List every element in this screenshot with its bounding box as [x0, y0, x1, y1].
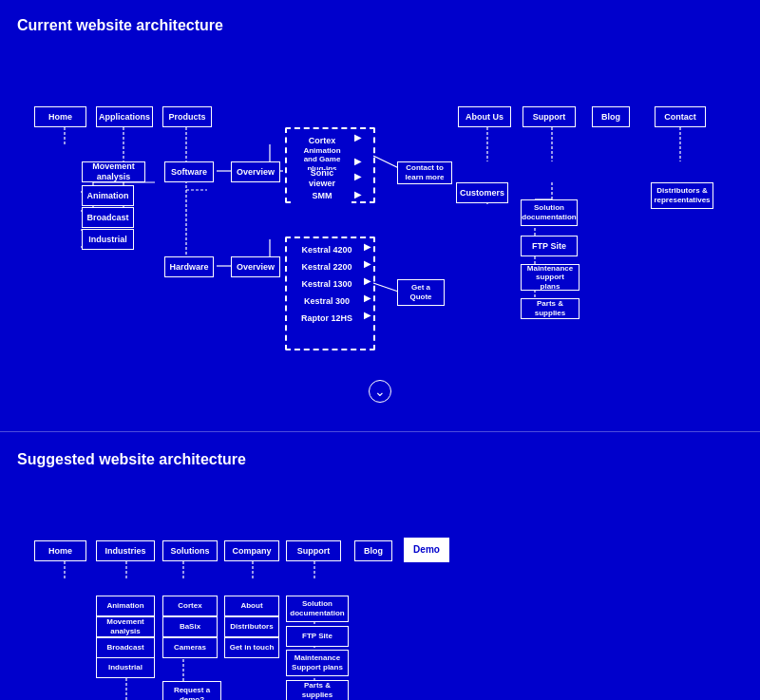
node-products: Products — [162, 106, 212, 127]
node-solution-doc: Solution documentation — [521, 199, 578, 226]
node-kestral2200: Kestral 2200 — [293, 258, 361, 275]
node2-get-in-touch: Get in touch — [224, 637, 279, 658]
node-animation-plugin: Animation and Game plug-ins — [293, 149, 352, 170]
node2-company: Company — [224, 540, 279, 561]
suggested-diagram: Home Industries Solutions Company Suppor… — [17, 483, 743, 700]
node-broadcast: Broadcast — [82, 207, 134, 228]
node2-blog: Blog — [354, 540, 392, 561]
node-sonic-viewer: Sonic viewer — [293, 170, 352, 187]
node-about-us: About Us — [458, 106, 511, 127]
expand-button[interactable]: ⌄ — [369, 380, 391, 403]
node-support: Support — [522, 106, 576, 127]
node-parts-supplies: Parts & supplies — [521, 298, 580, 319]
section-suggested-title: Suggested website architecture — [17, 451, 743, 468]
node-overview2: Overview — [231, 256, 280, 277]
node-industrial: Industrial — [82, 229, 134, 250]
current-diagram: Home Applications Products About Us Supp… — [17, 49, 743, 372]
section-current-title: Current website architecture — [17, 17, 743, 34]
node-software: Software — [164, 161, 214, 182]
node2-request-demo2: Request a demo? — [162, 681, 221, 700]
node2-solutions: Solutions — [162, 540, 218, 561]
node-raptor12hs: Raptor 12HS — [293, 310, 361, 327]
node2-movement-analysis: Movement analysis — [96, 616, 155, 637]
node2-industries: Industries — [96, 540, 155, 561]
node2-support: Support — [286, 540, 341, 561]
node-ftp-site: FTP Site — [521, 236, 578, 256]
section-divider — [0, 431, 760, 432]
node2-parts-supplies: Parts & supplies — [286, 680, 349, 700]
section-suggested: Suggested website architecture — [0, 440, 760, 700]
node-overview1: Overview — [231, 161, 280, 182]
node-kestral300: Kestral 300 — [293, 293, 361, 310]
node-blog: Blog — [592, 106, 630, 127]
node-movement-analysis: Movement analysis — [82, 161, 145, 182]
node-animation: Animation — [82, 185, 134, 206]
node2-demo[interactable]: Demo — [404, 538, 449, 562]
node2-cameras: Cameras — [162, 637, 218, 658]
node-applications: Applications — [96, 106, 153, 127]
node-home: Home — [34, 106, 86, 127]
node-maintenance: Maintenance support plans — [521, 264, 580, 291]
node-kestral1300: Kestral 1300 — [293, 275, 361, 293]
node-get-quote: Get a Quote — [397, 279, 445, 306]
node2-home: Home — [34, 540, 86, 561]
node-kestral4200: Kestral 4200 — [293, 241, 361, 258]
node-customers: Customers — [456, 182, 508, 203]
node2-cortex: Cortex — [162, 596, 218, 616]
node2-basix: BaSix — [162, 616, 218, 637]
node-hardware: Hardware — [164, 256, 214, 277]
node2-solution-doc: Solution documentation — [286, 596, 349, 622]
node-contact-learn: Contact to learn more — [397, 161, 452, 184]
node2-distributors: Distributors — [224, 616, 279, 637]
node2-ftp-site: FTP Site — [286, 626, 349, 647]
node-distributors: Distributors & representatives — [651, 182, 713, 209]
node2-animation: Animation — [96, 596, 155, 616]
node-contact: Contact — [655, 106, 706, 127]
node2-broadcast: Broadcast — [96, 637, 155, 658]
section-current: Current website architecture — [0, 0, 760, 424]
node-smm: SMM — [293, 187, 352, 204]
node2-about: About — [224, 596, 279, 616]
node2-maintenance: Maintenance Support plans — [286, 650, 349, 676]
node2-industrial: Industrial — [96, 657, 155, 678]
